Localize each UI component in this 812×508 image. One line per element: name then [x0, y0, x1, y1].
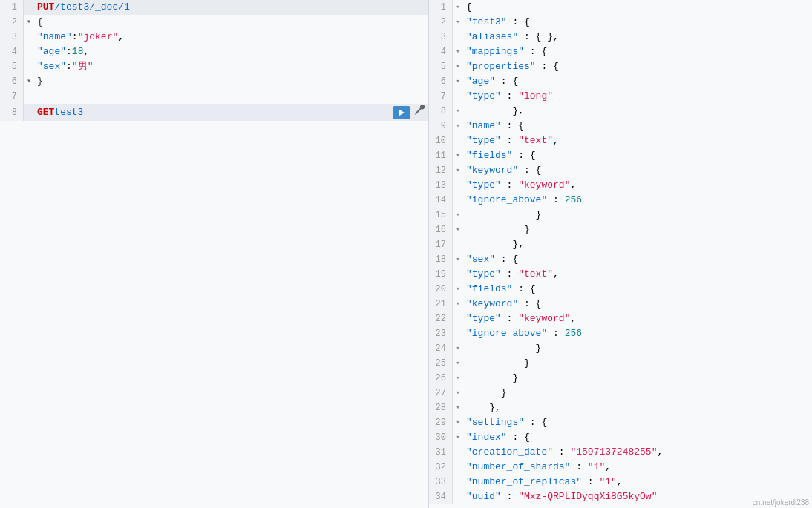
output-line: 33 "number_of_replicas" : "1", — [429, 475, 812, 489]
editor-line[interactable]: 1PUT /test3/_doc/1 — [0, 0, 428, 15]
fold-arrow[interactable]: ▾ — [453, 163, 463, 178]
line-number: 2 — [0, 15, 24, 30]
fold-arrow[interactable]: ▾ — [453, 252, 463, 267]
output-line: 26▾ } — [429, 371, 812, 386]
line-number: 21 — [429, 297, 453, 311]
output-line: 24▾ } — [429, 341, 812, 356]
output-content: } — [463, 386, 812, 400]
fold-arrow[interactable]: ▾ — [453, 119, 463, 133]
fold-arrow[interactable]: ▾ — [453, 148, 463, 163]
fold-arrow[interactable]: ▾ — [453, 59, 463, 74]
line-number: 9 — [429, 119, 453, 133]
editor-line[interactable]: 3 "name":"joker", — [0, 30, 428, 44]
fold-arrow[interactable]: ▾ — [453, 371, 463, 386]
line-number: 2 — [429, 15, 453, 30]
line-number: 6 — [429, 74, 453, 89]
fold-arrow[interactable]: ▾ — [453, 430, 463, 445]
fold-arrow[interactable] — [453, 489, 463, 504]
fold-arrow[interactable] — [453, 326, 463, 341]
fold-arrow[interactable]: ▾ — [453, 74, 463, 89]
editor-line[interactable]: 6▾} — [0, 74, 428, 89]
editor-line[interactable]: 4 "age":18, — [0, 44, 428, 59]
output-content: } — [463, 208, 812, 222]
output-content: "mappings" : { — [463, 44, 812, 59]
fold-arrow[interactable]: ▾ — [453, 356, 463, 371]
output-line: 20▾ "fields" : { — [429, 282, 812, 297]
output-line: 12▾ "keyword" : { — [429, 163, 812, 178]
output-line: 25▾ } — [429, 356, 812, 371]
fold-arrow[interactable] — [453, 445, 463, 460]
fold-arrow[interactable] — [24, 104, 34, 121]
fold-arrow[interactable] — [453, 193, 463, 208]
line-number: 1 — [0, 0, 24, 15]
fold-arrow[interactable] — [24, 0, 34, 15]
fold-arrow[interactable]: ▾ — [453, 15, 463, 30]
output-content: "age" : { — [463, 74, 812, 89]
fold-arrow[interactable] — [453, 30, 463, 44]
editor-line[interactable]: 2▾{ — [0, 15, 428, 30]
fold-arrow[interactable]: ▾ — [453, 341, 463, 356]
fold-arrow[interactable]: ▾ — [453, 208, 463, 222]
line-number: 12 — [429, 163, 453, 178]
fold-arrow[interactable] — [24, 44, 34, 59]
fold-arrow[interactable] — [453, 237, 463, 252]
fold-arrow[interactable]: ▾ — [453, 44, 463, 59]
fold-arrow[interactable]: ▾ — [453, 415, 463, 430]
output-content: "ignore_above" : 256 — [463, 326, 812, 341]
fold-arrow[interactable] — [24, 89, 34, 104]
run-button[interactable] — [393, 106, 410, 119]
fold-arrow[interactable]: ▾ — [24, 15, 34, 30]
output-content: "properties" : { — [463, 59, 812, 74]
fold-arrow[interactable]: ▾ — [24, 74, 34, 89]
fold-arrow[interactable] — [453, 89, 463, 104]
editor-line[interactable]: 8GET test3 — [0, 104, 428, 121]
fold-arrow[interactable]: ▾ — [453, 400, 463, 415]
editor-line[interactable]: 7 — [0, 89, 428, 104]
output-line: 8▾ }, — [429, 104, 812, 119]
line-number: 5 — [0, 59, 24, 74]
output-line: 3 "aliases" : { }, — [429, 30, 812, 44]
editor-line[interactable]: 5 "sex":"男" — [0, 59, 428, 74]
line-number: 7 — [429, 89, 453, 104]
line-number: 6 — [0, 74, 24, 89]
output-content: } — [463, 341, 812, 356]
fold-arrow[interactable] — [453, 475, 463, 489]
line-number: 1 — [429, 0, 453, 15]
line-number: 5 — [429, 59, 453, 74]
line-number: 13 — [429, 178, 453, 193]
output-content: "type" : "long" — [463, 89, 812, 104]
wrench-icon[interactable] — [413, 104, 425, 121]
right-output-panel: 1▾{2▾ "test3" : {3 "aliases" : { },4▾ "m… — [429, 0, 812, 508]
line-number: 20 — [429, 282, 453, 297]
line-number: 7 — [0, 89, 24, 104]
line-number: 8 — [429, 104, 453, 119]
line-number: 17 — [429, 237, 453, 252]
right-code-area[interactable]: 1▾{2▾ "test3" : {3 "aliases" : { },4▾ "m… — [429, 0, 812, 508]
output-content: "type" : "keyword", — [463, 311, 812, 326]
line-content: { — [34, 15, 428, 30]
fold-arrow[interactable]: ▾ — [453, 297, 463, 311]
fold-arrow[interactable]: ▾ — [453, 222, 463, 237]
fold-arrow[interactable]: ▾ — [453, 282, 463, 297]
line-content: "name":"joker", — [34, 30, 428, 44]
output-line: 17 }, — [429, 237, 812, 252]
fold-arrow[interactable] — [453, 311, 463, 326]
fold-arrow[interactable]: ▾ — [453, 0, 463, 15]
line-number: 3 — [429, 30, 453, 44]
fold-arrow[interactable] — [453, 133, 463, 148]
line-content: "sex":"男" — [34, 59, 428, 74]
fold-arrow[interactable]: ▾ — [453, 386, 463, 400]
fold-arrow[interactable] — [453, 460, 463, 475]
output-content: "type" : "text", — [463, 267, 812, 282]
fold-arrow[interactable]: ▾ — [453, 104, 463, 119]
fold-arrow[interactable] — [453, 267, 463, 282]
fold-arrow[interactable] — [24, 30, 34, 44]
svg-marker-0 — [399, 110, 405, 116]
output-content: "keyword" : { — [463, 297, 812, 311]
fold-arrow[interactable] — [24, 59, 34, 74]
output-line: 1▾{ — [429, 0, 812, 15]
fold-arrow[interactable] — [453, 178, 463, 193]
line-number: 28 — [429, 400, 453, 415]
left-code-area[interactable]: 1PUT /test3/_doc/12▾{3 "name":"joker",4 … — [0, 0, 428, 508]
line-content — [34, 89, 428, 104]
